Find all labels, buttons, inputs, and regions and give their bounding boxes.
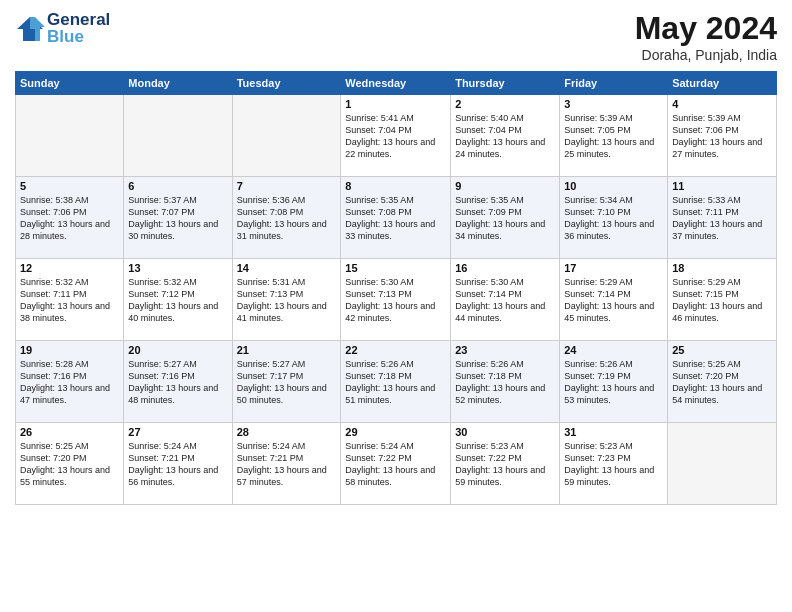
day-info: Sunrise: 5:29 AMSunset: 7:15 PMDaylight:… — [672, 276, 772, 325]
calendar-table: Sunday Monday Tuesday Wednesday Thursday… — [15, 71, 777, 505]
day-number: 22 — [345, 344, 446, 356]
day-number: 13 — [128, 262, 227, 274]
day-number: 11 — [672, 180, 772, 192]
day-info: Sunrise: 5:34 AMSunset: 7:10 PMDaylight:… — [564, 194, 663, 243]
day-number: 5 — [20, 180, 119, 192]
day-info: Sunrise: 5:30 AMSunset: 7:13 PMDaylight:… — [345, 276, 446, 325]
day-info: Sunrise: 5:40 AMSunset: 7:04 PMDaylight:… — [455, 112, 555, 161]
table-row — [232, 95, 341, 177]
table-row: 10Sunrise: 5:34 AMSunset: 7:10 PMDayligh… — [560, 177, 668, 259]
day-number: 17 — [564, 262, 663, 274]
calendar-week-row: 12Sunrise: 5:32 AMSunset: 7:11 PMDayligh… — [16, 259, 777, 341]
day-number: 7 — [237, 180, 337, 192]
table-row: 20Sunrise: 5:27 AMSunset: 7:16 PMDayligh… — [124, 341, 232, 423]
month-title: May 2024 — [635, 10, 777, 47]
day-number: 15 — [345, 262, 446, 274]
location: Doraha, Punjab, India — [635, 47, 777, 63]
day-number: 14 — [237, 262, 337, 274]
day-info: Sunrise: 5:41 AMSunset: 7:04 PMDaylight:… — [345, 112, 446, 161]
day-info: Sunrise: 5:28 AMSunset: 7:16 PMDaylight:… — [20, 358, 119, 407]
day-info: Sunrise: 5:39 AMSunset: 7:06 PMDaylight:… — [672, 112, 772, 161]
day-number: 9 — [455, 180, 555, 192]
table-row: 24Sunrise: 5:26 AMSunset: 7:19 PMDayligh… — [560, 341, 668, 423]
table-row: 26Sunrise: 5:25 AMSunset: 7:20 PMDayligh… — [16, 423, 124, 505]
day-info: Sunrise: 5:29 AMSunset: 7:14 PMDaylight:… — [564, 276, 663, 325]
day-info: Sunrise: 5:24 AMSunset: 7:21 PMDaylight:… — [128, 440, 227, 489]
day-info: Sunrise: 5:27 AMSunset: 7:17 PMDaylight:… — [237, 358, 337, 407]
logo-text: General Blue — [47, 10, 110, 47]
day-number: 23 — [455, 344, 555, 356]
day-info: Sunrise: 5:25 AMSunset: 7:20 PMDaylight:… — [20, 440, 119, 489]
day-info: Sunrise: 5:30 AMSunset: 7:14 PMDaylight:… — [455, 276, 555, 325]
calendar-week-row: 5Sunrise: 5:38 AMSunset: 7:06 PMDaylight… — [16, 177, 777, 259]
header-thursday: Thursday — [451, 72, 560, 95]
day-number: 12 — [20, 262, 119, 274]
table-row: 7Sunrise: 5:36 AMSunset: 7:08 PMDaylight… — [232, 177, 341, 259]
day-info: Sunrise: 5:32 AMSunset: 7:11 PMDaylight:… — [20, 276, 119, 325]
table-row: 4Sunrise: 5:39 AMSunset: 7:06 PMDaylight… — [668, 95, 777, 177]
table-row: 11Sunrise: 5:33 AMSunset: 7:11 PMDayligh… — [668, 177, 777, 259]
calendar-page: General Blue May 2024 Doraha, Punjab, In… — [0, 0, 792, 612]
header-friday: Friday — [560, 72, 668, 95]
day-info: Sunrise: 5:36 AMSunset: 7:08 PMDaylight:… — [237, 194, 337, 243]
day-number: 20 — [128, 344, 227, 356]
day-info: Sunrise: 5:24 AMSunset: 7:21 PMDaylight:… — [237, 440, 337, 489]
table-row: 5Sunrise: 5:38 AMSunset: 7:06 PMDaylight… — [16, 177, 124, 259]
day-number: 29 — [345, 426, 446, 438]
table-row: 6Sunrise: 5:37 AMSunset: 7:07 PMDaylight… — [124, 177, 232, 259]
table-row: 17Sunrise: 5:29 AMSunset: 7:14 PMDayligh… — [560, 259, 668, 341]
table-row: 22Sunrise: 5:26 AMSunset: 7:18 PMDayligh… — [341, 341, 451, 423]
weekday-header-row: Sunday Monday Tuesday Wednesday Thursday… — [16, 72, 777, 95]
day-number: 31 — [564, 426, 663, 438]
day-number: 2 — [455, 98, 555, 110]
day-info: Sunrise: 5:35 AMSunset: 7:08 PMDaylight:… — [345, 194, 446, 243]
table-row: 15Sunrise: 5:30 AMSunset: 7:13 PMDayligh… — [341, 259, 451, 341]
day-info: Sunrise: 5:25 AMSunset: 7:20 PMDaylight:… — [672, 358, 772, 407]
day-number: 10 — [564, 180, 663, 192]
day-info: Sunrise: 5:35 AMSunset: 7:09 PMDaylight:… — [455, 194, 555, 243]
day-number: 27 — [128, 426, 227, 438]
table-row: 12Sunrise: 5:32 AMSunset: 7:11 PMDayligh… — [16, 259, 124, 341]
header-monday: Monday — [124, 72, 232, 95]
table-row: 2Sunrise: 5:40 AMSunset: 7:04 PMDaylight… — [451, 95, 560, 177]
table-row: 19Sunrise: 5:28 AMSunset: 7:16 PMDayligh… — [16, 341, 124, 423]
day-info: Sunrise: 5:37 AMSunset: 7:07 PMDaylight:… — [128, 194, 227, 243]
day-info: Sunrise: 5:39 AMSunset: 7:05 PMDaylight:… — [564, 112, 663, 161]
table-row: 31Sunrise: 5:23 AMSunset: 7:23 PMDayligh… — [560, 423, 668, 505]
header-saturday: Saturday — [668, 72, 777, 95]
table-row — [16, 95, 124, 177]
day-info: Sunrise: 5:32 AMSunset: 7:12 PMDaylight:… — [128, 276, 227, 325]
header-tuesday: Tuesday — [232, 72, 341, 95]
table-row: 18Sunrise: 5:29 AMSunset: 7:15 PMDayligh… — [668, 259, 777, 341]
day-number: 8 — [345, 180, 446, 192]
header-sunday: Sunday — [16, 72, 124, 95]
table-row: 13Sunrise: 5:32 AMSunset: 7:12 PMDayligh… — [124, 259, 232, 341]
day-number: 24 — [564, 344, 663, 356]
calendar-week-row: 19Sunrise: 5:28 AMSunset: 7:16 PMDayligh… — [16, 341, 777, 423]
day-number: 6 — [128, 180, 227, 192]
table-row: 8Sunrise: 5:35 AMSunset: 7:08 PMDaylight… — [341, 177, 451, 259]
calendar-week-row: 26Sunrise: 5:25 AMSunset: 7:20 PMDayligh… — [16, 423, 777, 505]
table-row: 9Sunrise: 5:35 AMSunset: 7:09 PMDaylight… — [451, 177, 560, 259]
day-info: Sunrise: 5:26 AMSunset: 7:18 PMDaylight:… — [345, 358, 446, 407]
table-row: 21Sunrise: 5:27 AMSunset: 7:17 PMDayligh… — [232, 341, 341, 423]
table-row — [124, 95, 232, 177]
table-row: 28Sunrise: 5:24 AMSunset: 7:21 PMDayligh… — [232, 423, 341, 505]
table-row: 30Sunrise: 5:23 AMSunset: 7:22 PMDayligh… — [451, 423, 560, 505]
day-info: Sunrise: 5:38 AMSunset: 7:06 PMDaylight:… — [20, 194, 119, 243]
day-info: Sunrise: 5:24 AMSunset: 7:22 PMDaylight:… — [345, 440, 446, 489]
table-row: 16Sunrise: 5:30 AMSunset: 7:14 PMDayligh… — [451, 259, 560, 341]
table-row — [668, 423, 777, 505]
day-number: 1 — [345, 98, 446, 110]
table-row: 25Sunrise: 5:25 AMSunset: 7:20 PMDayligh… — [668, 341, 777, 423]
day-number: 25 — [672, 344, 772, 356]
table-row: 3Sunrise: 5:39 AMSunset: 7:05 PMDaylight… — [560, 95, 668, 177]
logo: General Blue — [15, 10, 110, 47]
day-number: 18 — [672, 262, 772, 274]
calendar-week-row: 1Sunrise: 5:41 AMSunset: 7:04 PMDaylight… — [16, 95, 777, 177]
day-info: Sunrise: 5:31 AMSunset: 7:13 PMDaylight:… — [237, 276, 337, 325]
day-number: 16 — [455, 262, 555, 274]
header: General Blue May 2024 Doraha, Punjab, In… — [15, 10, 777, 63]
table-row: 27Sunrise: 5:24 AMSunset: 7:21 PMDayligh… — [124, 423, 232, 505]
day-info: Sunrise: 5:23 AMSunset: 7:22 PMDaylight:… — [455, 440, 555, 489]
